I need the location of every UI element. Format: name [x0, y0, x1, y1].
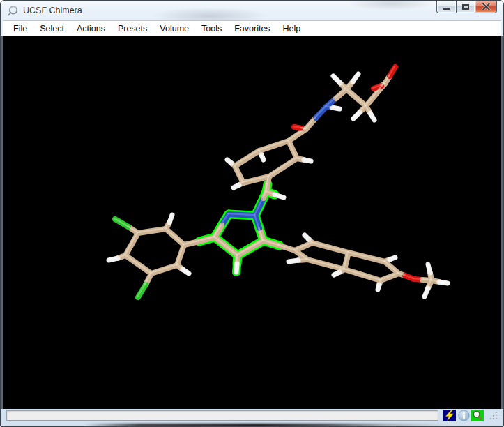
resize-grip[interactable] [488, 410, 498, 421]
menu-item-select[interactable]: Select [33, 22, 70, 36]
status-bar [3, 409, 501, 422]
glass-blur-band [84, 424, 472, 427]
menu-item-file[interactable]: File [7, 22, 33, 36]
menu-item-tools[interactable]: Tools [195, 22, 228, 36]
minimize-icon [443, 8, 450, 10]
molecule-stick-model [3, 36, 502, 409]
minimize-button[interactable] [436, 1, 456, 13]
magnifier-icon [471, 410, 484, 421]
window-bottom-frame [1, 422, 503, 427]
menu-item-actions[interactable]: Actions [70, 22, 112, 36]
close-icon [482, 3, 491, 10]
maximize-button[interactable] [456, 1, 475, 13]
app-window: UCSF Chimera File Select [0, 0, 504, 427]
chimera-logo-icon [7, 5, 19, 17]
menu-item-help[interactable]: Help [277, 22, 307, 36]
3d-viewport[interactable] [1, 36, 503, 409]
magnifier-search-button[interactable] [471, 410, 484, 421]
title-bar[interactable]: UCSF Chimera [1, 1, 503, 20]
info-icon [458, 410, 470, 421]
lightning-icon [443, 410, 456, 421]
window-controls [436, 1, 497, 13]
menu-bar: File Select Actions Presets Volume Tools… [3, 20, 501, 36]
task-lightning-button[interactable] [443, 410, 456, 421]
menu-item-favorites[interactable]: Favorites [228, 22, 276, 36]
menu-item-presets[interactable]: Presets [112, 22, 153, 36]
reply-log-info-button[interactable] [457, 410, 470, 421]
window-title: UCSF Chimera [23, 6, 82, 15]
close-button[interactable] [475, 1, 497, 13]
status-command-field[interactable] [6, 410, 438, 421]
maximize-icon [462, 4, 469, 10]
menu-item-volume[interactable]: Volume [153, 22, 195, 36]
